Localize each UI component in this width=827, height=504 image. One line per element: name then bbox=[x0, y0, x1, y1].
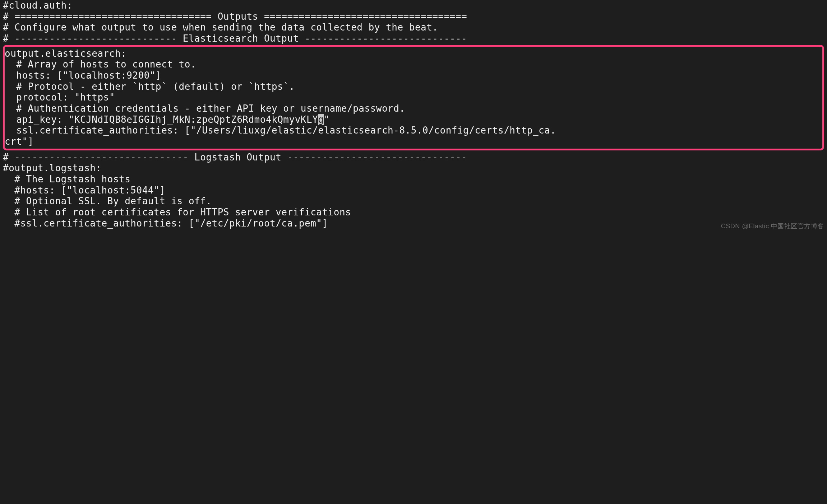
code-line: hosts: ["localhost:9200"] bbox=[5, 70, 822, 81]
section-header-logstash: # ------------------------------ Logstas… bbox=[3, 152, 824, 163]
code-line: crt"] bbox=[5, 136, 822, 147]
code-line: output.elasticsearch: bbox=[5, 48, 822, 59]
code-line: # Authentication credentials - either AP… bbox=[5, 103, 822, 114]
code-line: # Optional SSL. By default is off. bbox=[3, 196, 824, 207]
code-line: #output.logstash: bbox=[3, 163, 824, 174]
code-line: #hosts: ["localhost:5044"] bbox=[3, 185, 824, 196]
code-line: # Configure what output to use when send… bbox=[3, 22, 824, 33]
code-line: # Array of hosts to connect to. bbox=[5, 59, 822, 70]
code-line: #cloud.auth: bbox=[3, 0, 824, 11]
section-header-outputs: # ================================== Out… bbox=[3, 11, 824, 22]
api-key-suffix: " bbox=[324, 114, 329, 125]
watermark-text: CSDN @Elastic 中国社区官方博客 bbox=[721, 223, 824, 230]
code-line: protocol: "https" bbox=[5, 92, 822, 103]
api-key-line: api_key: "KCJNdIQB8eIGGIhj_MkN:zpeQptZ6R… bbox=[5, 114, 822, 125]
cursor-block: g bbox=[318, 114, 324, 125]
code-line: #ssl.certificate_authorities: ["/etc/pki… bbox=[3, 218, 824, 229]
section-header-elasticsearch: # ---------------------------- Elasticse… bbox=[3, 33, 824, 44]
code-line: ssl.certificate_authorities: ["/Users/li… bbox=[5, 125, 822, 136]
code-line: # Protocol - either `http` (default) or … bbox=[5, 81, 822, 92]
highlighted-elasticsearch-output: output.elasticsearch: # Array of hosts t… bbox=[3, 45, 824, 150]
api-key-prefix: api_key: "KCJNdIQB8eIGGIhj_MkN:zpeQptZ6R… bbox=[5, 114, 318, 125]
config-file-view: #cloud.auth: # =========================… bbox=[0, 0, 827, 232]
code-line: # The Logstash hosts bbox=[3, 174, 824, 185]
code-line: # List of root certificates for HTTPS se… bbox=[3, 207, 824, 218]
